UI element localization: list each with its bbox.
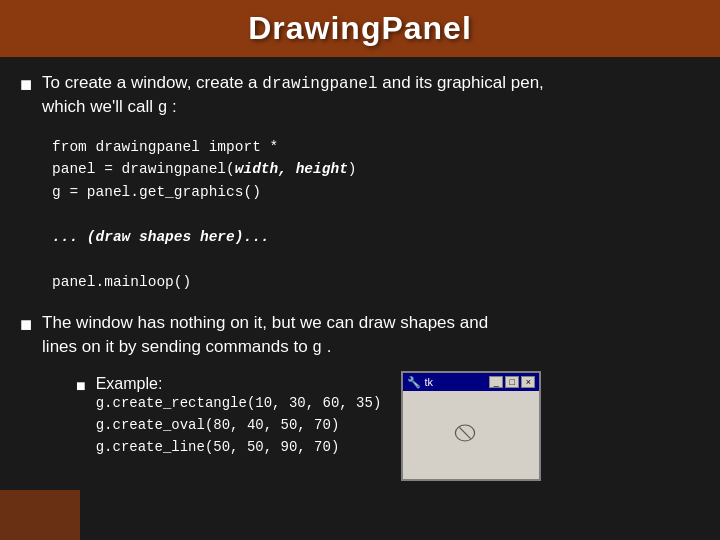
inline-code-drawingpanel: drawingpanel <box>262 75 377 93</box>
code-line-3: g = panel.get_graphics() <box>52 181 700 203</box>
bullet-dot-1: ■ <box>20 73 32 96</box>
inline-code-g: g <box>158 99 168 117</box>
code-line-5: panel.mainloop() <box>52 271 700 293</box>
sub-bullet: ■ Example: g.create_rectangle(10, 30, 60… <box>76 375 381 458</box>
bottom-decoration <box>0 490 80 540</box>
example-line-2: g.create_oval(80, 40, 50, 70) <box>96 415 382 437</box>
slide-title: DrawingPanel <box>248 10 472 46</box>
svg-line-1 <box>460 428 471 439</box>
bullet-1-line2: which we'll call g : <box>42 97 177 116</box>
code-line-1: from drawingpanel import * <box>52 136 700 158</box>
example-code: g.create_rectangle(10, 30, 60, 35) g.cre… <box>96 393 382 458</box>
tk-minimize-button[interactable]: _ <box>489 376 503 388</box>
bullet-2-line1: The window has nothing on it, but we can… <box>42 313 488 332</box>
slide: DrawingPanel ■ To create a window, creat… <box>0 0 720 540</box>
tk-drawn-oval <box>453 421 477 445</box>
title-bar: DrawingPanel <box>0 0 720 57</box>
tk-close-button[interactable]: × <box>521 376 535 388</box>
bullet-2: ■ The window has nothing on it, but we c… <box>20 311 700 359</box>
code-block-1: from drawingpanel import * panel = drawi… <box>52 136 700 293</box>
bullet-2-line2: lines on it by sending commands to g . <box>42 337 331 356</box>
slide-content: ■ To create a window, create a drawingpa… <box>0 57 720 540</box>
sub-bullet-label: Example: <box>96 375 163 392</box>
bullet-2-text: The window has nothing on it, but we can… <box>42 311 488 359</box>
bullet-1-text: To create a window, create a drawingpane… <box>42 71 544 120</box>
code-line-4: ... (draw shapes here)... <box>52 226 700 248</box>
example-line-3: g.create_line(50, 50, 90, 70) <box>96 437 382 459</box>
example-line-1: g.create_rectangle(10, 30, 60, 35) <box>96 393 382 415</box>
tk-title: 🔧 tk <box>407 376 433 389</box>
tk-titlebar: 🔧 tk _ □ × <box>403 373 539 391</box>
italic-comment: ... (draw shapes here)... <box>52 229 270 245</box>
sub-bullet-dot: ■ <box>76 377 86 395</box>
example-left: ■ Example: g.create_rectangle(10, 30, 60… <box>48 371 381 458</box>
bullet-1: ■ To create a window, create a drawingpa… <box>20 71 700 120</box>
bullet-1-line1: To create a window, create a drawingpane… <box>42 73 544 92</box>
example-area: ■ Example: g.create_rectangle(10, 30, 60… <box>48 371 700 481</box>
tk-maximize-button[interactable]: □ <box>505 376 519 388</box>
tk-window-buttons: _ □ × <box>489 376 535 388</box>
bullet-dot-2: ■ <box>20 313 32 336</box>
tk-canvas <box>403 391 539 479</box>
inline-code-g2: g <box>312 339 322 357</box>
sub-bullet-content: Example: g.create_rectangle(10, 30, 60, … <box>96 375 382 458</box>
tk-window: 🔧 tk _ □ × <box>401 371 541 481</box>
code-line-2: panel = drawingpanel(width, height) <box>52 158 700 180</box>
